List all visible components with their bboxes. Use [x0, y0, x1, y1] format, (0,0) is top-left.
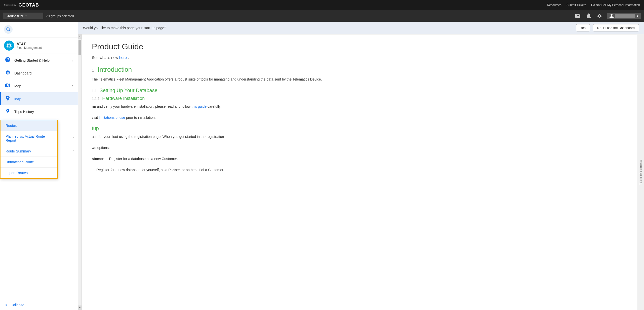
section1-num: 1 — [92, 68, 94, 72]
section111-num: 1.1.1 — [92, 97, 100, 101]
routes-dropdown-item-unmatched[interactable]: Unmatched Route — [1, 157, 57, 168]
groups-filter-button[interactable]: Groups filter ▾ — [3, 13, 43, 19]
att-svg — [5, 42, 13, 49]
brand-name: GEOTAB — [19, 3, 39, 8]
content-scrollbar: ▲ ▼ — [78, 34, 82, 310]
section1-heading: 1 Introduction — [92, 66, 627, 73]
customer-text: — Register for a database as a new Custo… — [105, 157, 178, 161]
section11-heading: 1.1 Setting Up Your Database — [92, 88, 627, 93]
map-label: Map — [14, 97, 21, 101]
toc-sidebar[interactable]: Table of contents — [637, 34, 644, 310]
user-name-placeholder — [615, 14, 635, 18]
sidebar-search — [0, 22, 78, 37]
collapse-button[interactable]: Collapse — [0, 300, 78, 310]
product-guide-subtitle: See what's new here . — [92, 55, 627, 60]
hardware-para2: visit limitations of use prior to instal… — [92, 115, 627, 121]
att-icon — [4, 41, 14, 51]
content-area: Would you like to make this page your st… — [78, 22, 644, 310]
scroll-up-button[interactable]: ▲ — [78, 34, 82, 39]
map-header-icon — [5, 83, 10, 88]
zones-arrow: › — [73, 148, 74, 152]
do-not-sell-link[interactable]: Do Not Sell My Personal Information — [591, 3, 640, 7]
subtitle-link[interactable]: here — [119, 55, 127, 60]
customer-para: stomer — Register for a database as a ne… — [92, 156, 627, 162]
map-icon — [5, 96, 11, 102]
section111-heading: 1.1.1 Hardware Installation — [92, 96, 627, 101]
groups-filter-arrow: ▾ — [25, 15, 27, 17]
search-button[interactable] — [4, 25, 13, 34]
setup-heading: tup — [92, 126, 627, 131]
setup-para: ase for your fleet using the registratio… — [92, 134, 627, 140]
hardware-para: rm and verify your hardware installation… — [92, 104, 627, 110]
map-section-icon — [5, 83, 11, 89]
routes-dropdown-item-import[interactable]: Import Routes — [1, 168, 57, 178]
routes-arrow: › — [73, 136, 74, 139]
sidebar-item-map-section[interactable]: Map ∧ — [0, 80, 78, 92]
resources-link[interactable]: Resources — [547, 3, 561, 7]
product-guide-title: Product Guide — [92, 42, 627, 51]
notification-icon-button[interactable] — [585, 12, 592, 19]
trips-history-label: Trips History — [14, 110, 34, 114]
subtitle-end: . — [128, 55, 129, 60]
setup-para2: wo options: — [92, 145, 627, 151]
routes-dropdown-item-summary[interactable]: Route Summary — [1, 146, 57, 157]
startup-question: Would you like to make this page your st… — [83, 26, 573, 30]
section111-title: Hardware Installation — [102, 96, 145, 101]
email-icon-button[interactable] — [574, 13, 581, 19]
second-bar: Groups filter ▾ All groups selected ▾ — [0, 10, 644, 22]
groups-selected-text: All groups selected — [46, 14, 571, 18]
no-dashboard-button[interactable]: No, I'll use the Dashboard — [593, 24, 639, 31]
toc-label: Table of contents — [639, 160, 642, 185]
routes-dropdown-item-routes[interactable]: Routes — [1, 120, 57, 131]
email-icon — [575, 14, 580, 18]
svg-point-0 — [5, 42, 13, 49]
sidebar: AT&T Fleet Management Getting Started & … — [0, 22, 78, 310]
gear-icon — [597, 13, 602, 18]
map-pin-icon — [5, 96, 10, 101]
routes-dropdown-item-planned[interactable]: Planned vs. Actual Route Report — [1, 131, 57, 146]
second-bar-icons: ▾ — [574, 12, 641, 19]
sidebar-item-getting-started[interactable]: Getting Started & Help ∨ — [0, 54, 78, 67]
top-bar: Powered by GEOTAB Resources Submit Ticke… — [0, 0, 644, 10]
help-icon — [5, 57, 11, 63]
scroll-thumb — [78, 40, 81, 55]
scroll-down-button[interactable]: ▼ — [78, 305, 82, 310]
customer-label: stomer — [92, 157, 104, 161]
search-area — [4, 25, 74, 34]
scroll-thumb-area — [78, 39, 82, 305]
geotab-logo: Powered by GEOTAB — [4, 3, 39, 8]
product-guide-wrapper: ▲ ▼ Product Guide See what's new here . … — [78, 34, 644, 310]
map-section-label: Map — [14, 84, 21, 88]
sidebar-item-dashboard[interactable]: Dashboard — [0, 67, 78, 80]
company-subtitle: Fleet Management — [17, 46, 42, 50]
user-button[interactable]: ▾ — [607, 13, 641, 19]
dashboard-label: Dashboard — [14, 71, 32, 75]
sidebar-item-map[interactable]: Map — [0, 92, 78, 105]
company-info: AT&T Fleet Management — [17, 42, 42, 50]
user-dropdown-arrow: ▾ — [637, 14, 638, 18]
company-name: AT&T — [17, 42, 42, 46]
yes-button[interactable]: Yes — [576, 24, 590, 31]
collapse-label: Collapse — [11, 303, 24, 307]
partner-para: — Register for a new database for yourse… — [92, 167, 627, 173]
submit-tickets-link[interactable]: Submit Tickets — [567, 3, 586, 7]
section1-title: Introduction — [98, 66, 132, 73]
this-guide-link[interactable]: this guide — [191, 104, 207, 108]
hardware-text-mid: carefully. — [208, 104, 221, 108]
trips-icon — [5, 108, 11, 115]
getting-started-label: Getting Started & Help — [14, 58, 50, 62]
dashboard-icon — [5, 70, 11, 76]
routes-dropdown-menu: Routes Planned vs. Actual Route Report R… — [0, 120, 58, 179]
sidebar-item-trips-history[interactable]: Trips History — [0, 105, 78, 118]
speedometer-icon — [5, 70, 10, 75]
limitations-link[interactable]: limitations of use — [99, 115, 125, 120]
collapse-icon — [4, 303, 8, 307]
trips-history-icon — [5, 108, 10, 113]
groups-filter-label: Groups filter — [6, 14, 23, 18]
bell-icon — [586, 13, 591, 18]
top-bar-left: Powered by GEOTAB — [4, 3, 39, 8]
settings-icon-button[interactable] — [596, 12, 603, 19]
help-circle-icon — [5, 57, 10, 62]
main-layout: AT&T Fleet Management Getting Started & … — [0, 22, 644, 310]
subtitle-text: See what's new — [92, 55, 119, 60]
